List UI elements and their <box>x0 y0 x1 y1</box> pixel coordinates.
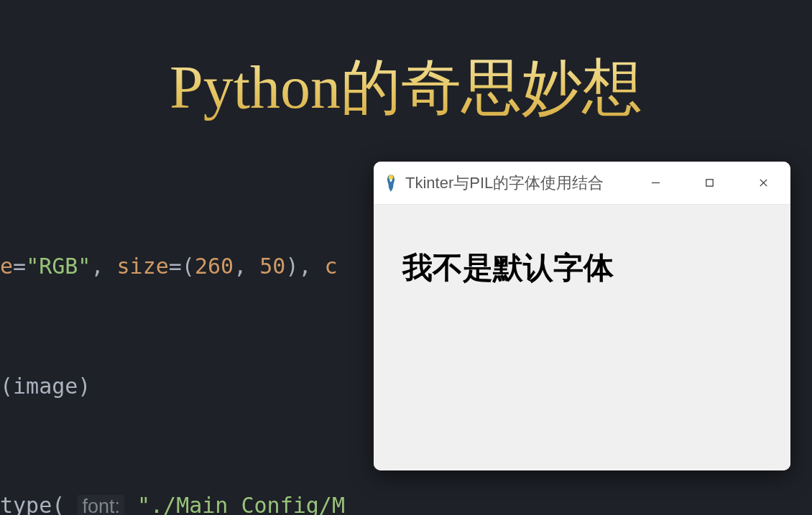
code-token: type( <box>0 493 65 515</box>
page-title: Python的奇思妙想 <box>170 47 642 129</box>
maximize-button[interactable] <box>683 162 737 204</box>
code-token: , <box>234 254 259 279</box>
window-titlebar[interactable]: Tkinter与PIL的字体使用结合 <box>374 162 790 205</box>
tkinter-window: Tkinter与PIL的字体使用结合 我不是默认字体 <box>374 162 790 470</box>
code-token: = <box>13 254 26 279</box>
rendered-text-label: 我不是默认字体 <box>402 248 762 288</box>
minimize-icon <box>650 177 661 188</box>
code-token: (image) <box>0 374 91 399</box>
close-button[interactable] <box>737 162 790 204</box>
tk-feather-icon <box>384 173 398 193</box>
code-token: e <box>0 254 13 279</box>
code-token: c <box>325 254 338 279</box>
code-token: "./Main_Config/M <box>137 493 345 515</box>
minimize-button[interactable] <box>629 162 683 204</box>
code-token: "RGB" <box>26 254 91 279</box>
code-token: size <box>117 254 169 279</box>
code-token: 260 <box>195 254 234 279</box>
code-token: 50 <box>259 254 285 279</box>
window-content-area: 我不是默认字体 <box>374 205 790 470</box>
window-controls <box>629 162 790 204</box>
maximize-icon <box>704 177 715 188</box>
code-token: ), <box>285 254 324 279</box>
parameter-hint: font: <box>78 495 124 515</box>
code-line-3: type( font: "./Main_Config/M <box>0 486 812 515</box>
svg-rect-1 <box>706 180 713 186</box>
code-token: =( <box>169 254 195 279</box>
code-token: , <box>91 254 116 279</box>
close-icon <box>758 177 769 188</box>
window-title: Tkinter与PIL的字体使用结合 <box>405 172 629 194</box>
